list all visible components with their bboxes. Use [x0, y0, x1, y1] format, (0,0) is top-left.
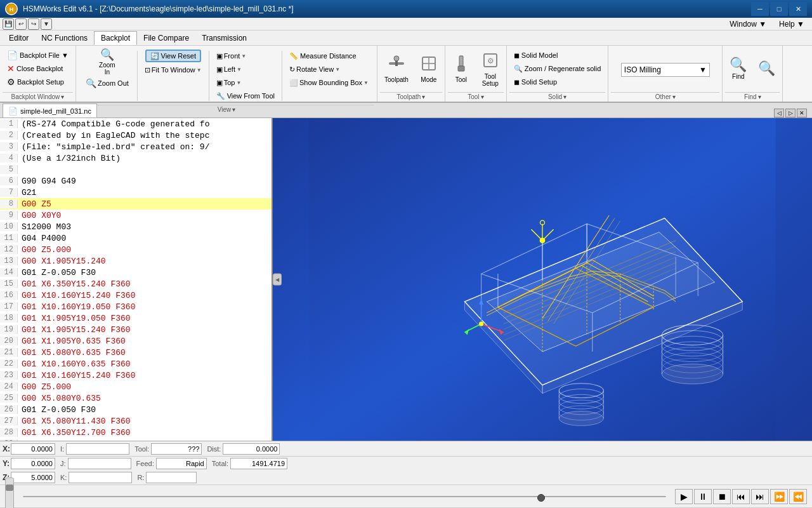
- r-input[interactable]: [146, 472, 197, 483]
- view-from-tool-icon: 🔧: [216, 92, 225, 100]
- stop-btn[interactable]: ⏹: [713, 489, 731, 504]
- solid-model-btn[interactable]: ◼ Solid Model: [511, 49, 561, 62]
- quick-access-dropdown[interactable]: ▼: [41, 18, 52, 30]
- menu-transmission[interactable]: Transmission: [195, 31, 253, 45]
- help-menu-item[interactable]: Help ▼: [774, 20, 809, 29]
- title-text: HSMWorks Edit v6.1 - [Z:\Documents\eagle…: [23, 4, 294, 13]
- tab-nav-next[interactable]: ▷: [785, 109, 796, 117]
- main-content: 1(RS-274 Compatible G-code generated fo2…: [0, 118, 812, 441]
- menu-editor[interactable]: Editor: [3, 31, 35, 45]
- rotate-view-btn[interactable]: ↻ Rotate View ▼: [286, 63, 372, 76]
- fast-forward-btn[interactable]: ⏭: [751, 489, 769, 504]
- k-input[interactable]: [69, 472, 132, 483]
- maximize-button[interactable]: □: [770, 2, 788, 16]
- zoom-in-icon: 🔍: [100, 49, 114, 60]
- minimize-button[interactable]: ─: [751, 2, 769, 16]
- title-bar: H HSMWorks Edit v6.1 - [Z:\Documents\eag…: [0, 0, 812, 18]
- view-reset-icon: 🔄: [150, 52, 159, 60]
- tool-expand-icon[interactable]: ▾: [481, 93, 484, 100]
- menu-nc-functions[interactable]: NC Functions: [35, 31, 94, 45]
- tool-group-label: Tool ▾: [448, 92, 504, 100]
- svg-rect-4: [395, 61, 398, 66]
- tool-setup-btn[interactable]: ⚙ ToolSetup: [477, 51, 504, 87]
- code-line-4: 4(Use a 1/32inch Bit): [0, 152, 272, 164]
- y-input[interactable]: [11, 458, 55, 469]
- close-backplot-btn[interactable]: ✕ Close Backplot: [4, 62, 66, 75]
- zoom-regen-icon: 🔍: [514, 65, 523, 73]
- dist-input[interactable]: [223, 443, 280, 455]
- zoom-regen-btn[interactable]: 🔍 Zoom / Regenerate solid: [511, 62, 604, 75]
- rewind-btn[interactable]: ⏮: [732, 489, 750, 504]
- tool-field: Tool:: [134, 443, 202, 455]
- save-quick-btn[interactable]: 💾: [3, 18, 14, 30]
- tool-btn[interactable]: Tool: [448, 51, 475, 87]
- k-coord: K:: [60, 472, 132, 483]
- j-input[interactable]: [68, 458, 131, 469]
- tab-close[interactable]: ✕: [797, 109, 807, 117]
- measure-distance-btn[interactable]: 📏 Measure Distance: [286, 50, 372, 62]
- code-line-20: 20G01 X1.905Y0.635 F360: [0, 335, 272, 347]
- play-btn[interactable]: ▶: [675, 489, 693, 504]
- find-btn[interactable]: 🔍 Find: [725, 51, 751, 87]
- backplot-file-btn[interactable]: 📄 Backplot File ▼: [4, 49, 72, 62]
- group-expand-icon[interactable]: ▾: [61, 93, 64, 100]
- code-line-9: 9G00 X0Y0: [0, 210, 272, 221]
- redo-quick-btn[interactable]: ↪: [28, 18, 39, 30]
- x-input[interactable]: [11, 443, 55, 455]
- close-button[interactable]: ✕: [789, 2, 807, 16]
- measure-icon: 📏: [289, 52, 298, 60]
- code-area[interactable]: 1(RS-274 Compatible G-code generated fo2…: [0, 118, 272, 441]
- left-view-btn[interactable]: ▣ Left ▼: [213, 63, 278, 76]
- undo-quick-btn[interactable]: ↩: [15, 18, 27, 30]
- show-bounding-box-btn[interactable]: ⬜ Show Bounding Box ▼: [286, 76, 372, 89]
- tab-nav-prev[interactable]: ◁: [774, 109, 784, 117]
- other-expand-icon[interactable]: ▾: [672, 93, 676, 100]
- code-line-8: 8G00 Z5: [0, 198, 272, 210]
- mode-btn[interactable]: Mode: [416, 51, 442, 87]
- view-from-tool-btn[interactable]: 🔧 View From Tool: [213, 90, 278, 102]
- svg-rect-9: [458, 66, 464, 71]
- zoom-out-btn[interactable]: 🔍 Zoom Out: [81, 76, 133, 90]
- code-line-16: 16G01 X10.160Y15.240 F360: [0, 290, 272, 301]
- window-menu-item[interactable]: Window ▼: [724, 20, 771, 29]
- file-tab-0[interactable]: 📄 simple-led_mill_031.nc: [3, 104, 97, 117]
- feed-input[interactable]: [156, 458, 207, 469]
- find-next-icon: 🔍: [758, 62, 775, 76]
- top-view-btn[interactable]: ▣ Top ▼: [213, 76, 278, 89]
- total-input[interactable]: [230, 458, 287, 469]
- view-expand-icon[interactable]: ▾: [232, 106, 235, 113]
- toolpath-btn[interactable]: Toolpath: [380, 51, 413, 87]
- zoom-in-btn[interactable]: 🔍 ZoomIn: [81, 50, 133, 75]
- toolpath-expand-icon[interactable]: ▾: [422, 93, 425, 100]
- fit-window-icon: ⊡: [145, 66, 150, 74]
- solid-expand-icon[interactable]: ▾: [563, 93, 566, 100]
- pause-btn[interactable]: ⏸: [694, 489, 712, 504]
- z-input[interactable]: [11, 472, 55, 483]
- svg-point-37: [662, 364, 723, 384]
- code-line-17: 17G01 X10.160Y19.050 F360: [0, 301, 272, 312]
- code-line-6: 6G90 G94 G49: [0, 175, 272, 187]
- fit-to-window-btn[interactable]: ⊡ Fit To Window ▼: [141, 64, 205, 76]
- bounding-box-icon: ⬜: [289, 79, 298, 87]
- code-line-14: 14G01 Z-0.050 F30: [0, 267, 272, 278]
- front-view-icon: ▣: [216, 52, 223, 60]
- menu-backplot[interactable]: Backplot: [94, 31, 137, 45]
- view-reset-btn[interactable]: 🔄 View Reset: [145, 50, 201, 62]
- backplot-setup-btn[interactable]: ⚙ Backplot Setup: [4, 76, 67, 88]
- menu-file-compare[interactable]: File Compare: [137, 31, 195, 45]
- i-coord: I:: [60, 443, 129, 455]
- front-view-btn[interactable]: ▣ Front ▼: [213, 50, 278, 62]
- find-next-btn[interactable]: 🔍: [754, 51, 780, 87]
- step-back-btn[interactable]: ⏪: [789, 489, 807, 504]
- app-icon: H: [5, 3, 18, 15]
- playback-slider[interactable]: [23, 496, 666, 497]
- iso-milling-dropdown[interactable]: ISO Milling ▼: [621, 63, 710, 77]
- vertical-slider[interactable]: [5, 478, 14, 509]
- solid-setup-btn[interactable]: ◼ Solid Setup: [511, 76, 560, 88]
- i-input[interactable]: [66, 443, 129, 455]
- zoom-out-icon: 🔍: [86, 78, 96, 88]
- 3d-viewport[interactable]: ◀: [273, 118, 812, 441]
- step-fwd-btn[interactable]: ⏩: [770, 489, 788, 504]
- find-expand-icon[interactable]: ▾: [758, 93, 761, 100]
- tool-input[interactable]: [151, 443, 202, 455]
